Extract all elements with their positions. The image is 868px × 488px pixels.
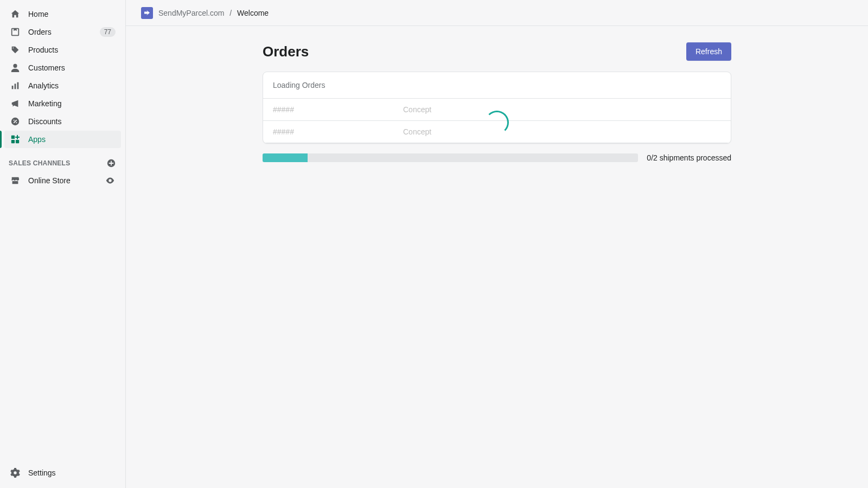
sidebar-item-home[interactable]: Home (4, 5, 121, 23)
svg-point-6 (14, 120, 15, 121)
sidebar: Home Orders 77 Products Customers (0, 0, 126, 488)
sidebar-item-apps[interactable]: Apps (4, 131, 121, 148)
svg-rect-4 (17, 82, 19, 89)
page-header: Orders Refresh (263, 42, 731, 61)
progress-row: 0/2 shipments processed (263, 153, 731, 162)
card-header: Loading Orders (263, 72, 731, 99)
sidebar-item-analytics[interactable]: Analytics (4, 77, 121, 94)
sidebar-item-settings[interactable]: Settings (0, 462, 125, 488)
orders-card: Loading Orders ##### Concept ##### Conce… (263, 72, 731, 144)
order-row: ##### Concept (263, 99, 731, 121)
svg-point-1 (13, 64, 17, 68)
order-id: ##### (273, 105, 403, 114)
sidebar-item-discounts[interactable]: Discounts (4, 113, 121, 130)
breadcrumb-app[interactable]: SendMyParcel.com (158, 9, 224, 17)
order-status: Concept (403, 105, 431, 114)
topbar: SendMyParcel.com / Welcome (126, 0, 868, 26)
svg-rect-10 (11, 140, 15, 143)
sidebar-item-label: Home (28, 10, 116, 18)
settings-label: Settings (28, 468, 56, 477)
customers-icon (10, 62, 21, 73)
orders-icon (10, 27, 21, 37)
sidebar-item-products[interactable]: Products (4, 41, 121, 59)
breadcrumb-separator: / (229, 9, 232, 17)
sales-channels-header: SALES CHANNELS (0, 148, 125, 172)
sidebar-item-label: Customers (28, 63, 116, 72)
products-icon (10, 44, 21, 55)
order-status: Concept (403, 127, 431, 136)
add-channel-button[interactable] (106, 158, 117, 169)
breadcrumb-current: Welcome (237, 9, 269, 17)
view-store-button[interactable] (105, 175, 116, 186)
store-icon (10, 175, 21, 186)
page-content: Orders Refresh Loading Orders ##### Conc… (247, 26, 746, 178)
sidebar-item-label: Products (28, 46, 116, 54)
eye-icon (105, 176, 115, 185)
gear-icon (10, 467, 21, 478)
progress-bar (263, 153, 638, 162)
sidebar-item-label: Analytics (28, 81, 116, 90)
nav-primary: Home Orders 77 Products Customers (0, 5, 125, 148)
sidebar-item-label: Marketing (28, 99, 116, 108)
progress-fill (263, 153, 308, 162)
svg-rect-8 (11, 136, 15, 139)
refresh-button[interactable]: Refresh (686, 42, 731, 61)
orders-count-badge: 77 (100, 27, 116, 37)
sidebar-item-orders[interactable]: Orders 77 (4, 23, 121, 41)
main-area: SendMyParcel.com / Welcome Orders Refres… (126, 0, 868, 488)
order-id: ##### (273, 127, 403, 136)
svg-rect-2 (12, 86, 14, 89)
page-title: Orders (263, 43, 309, 60)
app-logo-icon (141, 7, 153, 19)
svg-rect-3 (15, 84, 16, 89)
discounts-icon (10, 116, 21, 127)
section-header-label: SALES CHANNELS (9, 159, 70, 167)
home-icon (10, 9, 21, 20)
svg-rect-9 (16, 140, 19, 143)
progress-label: 0/2 shipments processed (647, 153, 731, 162)
sidebar-item-label: Apps (28, 135, 116, 144)
breadcrumb: SendMyParcel.com / Welcome (158, 9, 269, 17)
sidebar-item-label: Orders (28, 28, 100, 36)
sidebar-item-customers[interactable]: Customers (4, 59, 121, 76)
channel-online-store[interactable]: Online Store (4, 172, 121, 189)
marketing-icon (10, 98, 21, 109)
sidebar-item-marketing[interactable]: Marketing (4, 95, 121, 112)
analytics-icon (10, 80, 21, 91)
sidebar-item-label: Discounts (28, 117, 116, 126)
channel-label: Online Store (28, 176, 105, 185)
plus-circle-icon (106, 158, 116, 168)
apps-icon (10, 134, 21, 145)
order-row: ##### Concept (263, 121, 731, 143)
svg-point-7 (16, 122, 17, 123)
